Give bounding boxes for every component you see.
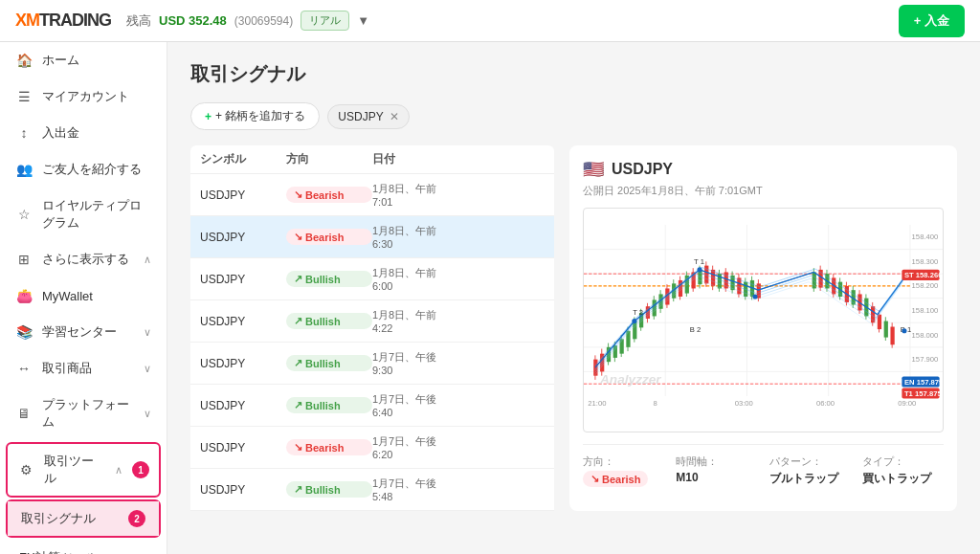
svg-text:Analyzzer: Analyzzer — [599, 372, 661, 387]
products-icon: ↔ — [15, 360, 33, 377]
svg-rect-102 — [890, 327, 894, 345]
remove-symbol-button[interactable]: ✕ — [390, 110, 399, 123]
tools-submenu: 取引シグナル 2 FX計算ツール VPS — [0, 499, 167, 554]
sidebar-item-deposit[interactable]: ↕ 入出金 — [0, 115, 167, 151]
svg-point-105 — [632, 319, 636, 323]
sidebar-item-more[interactable]: ⊞ さらに表示する ∧ — [0, 241, 167, 277]
more-icon: ⊞ — [15, 251, 33, 268]
arrow-down-icon: ↘ — [294, 441, 302, 454]
sidebar-item-learning[interactable]: 📚 学習センター ∨ — [0, 314, 167, 350]
sidebar-item-fx-calc[interactable]: FX計算ツール — [0, 540, 167, 554]
sidebar-item-label: ご友人を紹介する — [42, 161, 151, 178]
signal-symbol: USDJPY — [200, 188, 286, 202]
sidebar-item-label: ロイヤルティプログラム — [42, 197, 151, 232]
signal-date: 1月8日、午前6:00 — [372, 266, 545, 292]
arrow-up-icon: ↗ — [294, 399, 302, 411]
svg-text:09:00: 09:00 — [898, 399, 916, 408]
chart-header: 🇺🇸 USDJPY — [583, 159, 944, 180]
direction-value: ↘ Bearish — [583, 471, 648, 487]
tools-badge: 1 — [132, 461, 149, 478]
filters-bar: + + 銘柄を追加する USDJPY ✕ — [190, 102, 957, 130]
sidebar-item-tools[interactable]: ⚙ 取引ツール ∧ 1 — [8, 444, 159, 496]
signal-date: 1月8日、午前7:01 — [372, 182, 545, 208]
direction-badge: ↘ Bearish — [286, 187, 372, 203]
logo: XMTRADING — [15, 11, 111, 31]
table-row[interactable]: USDJPY ↘ Bearish 1月8日、午前7:01 — [190, 174, 554, 216]
arrow-down-icon: ↘ — [294, 231, 302, 243]
sidebar-item-products[interactable]: ↔ 取引商品 ∨ — [0, 350, 167, 387]
table-header: シンボル 方向 日付 — [190, 145, 554, 174]
type-label: タイプ： — [862, 454, 944, 469]
col-symbol: シンボル — [200, 151, 286, 167]
account-dropdown-arrow[interactable]: ▼ — [357, 13, 369, 28]
balance-amount: USD 352.48 — [159, 13, 227, 28]
sidebar-item-my-account[interactable]: ☰ マイアカウント — [0, 78, 167, 115]
chevron-up-icon: ∧ — [115, 464, 122, 476]
wallet-icon: 👛 — [15, 287, 33, 304]
signal-details: 方向： ↘ Bearish 時間軸： M10 パターン： ブルトラップ タイプ：… — [583, 444, 944, 487]
sidebar-tools-group: ⚙ 取引ツール ∧ 1 — [6, 442, 161, 498]
sidebar-item-label: 取引ツール — [44, 453, 105, 487]
sidebar: 🏠 ホーム ☰ マイアカウント ↕ 入出金 👥 ご友人を紹介する ☆ ロイヤルテ… — [0, 42, 167, 554]
content-split: シンボル 方向 日付 USDJPY ↘ Bearish 1月8日、午前7:01 … — [190, 145, 957, 511]
signal-symbol: USDJPY — [200, 231, 286, 244]
sidebar-item-label: 取引シグナル — [21, 510, 119, 527]
balance-info: 残高 USD 352.48 (30069594) リアル ▼ — [126, 11, 369, 31]
svg-text:EN 157.879: EN 157.879 — [904, 378, 943, 387]
table-row[interactable]: USDJPY ↗ Bullish 1月8日、午前6:00 — [190, 258, 554, 300]
learning-icon: 📚 — [15, 323, 33, 341]
sidebar-item-label: 取引商品 — [42, 360, 134, 377]
account-type-badge: リアル — [301, 11, 349, 31]
symbol-tag-usdjpy: USDJPY ✕ — [327, 104, 409, 129]
svg-text:T 1: T 1 — [694, 257, 704, 266]
header-left: XMTRADING 残高 USD 352.48 (30069594) リアル ▼ — [15, 11, 369, 31]
tools-icon: ⚙ — [17, 461, 34, 478]
svg-point-109 — [752, 294, 757, 299]
chart-area: 158.400 158.300 158.200 158.100 158.000 … — [583, 208, 944, 432]
table-row[interactable]: USDJPY ↘ Bearish 1月7日、午後6:20 — [190, 427, 554, 469]
deposit-button[interactable]: + 入金 — [899, 5, 965, 37]
sidebar-item-label: 入出金 — [42, 124, 151, 142]
direction-badge: ↘ Bearish — [286, 229, 372, 245]
col-date: 日付 — [372, 151, 545, 167]
table-row[interactable]: USDJPY ↗ Bullish 1月7日、午後5:48 — [190, 469, 554, 511]
svg-text:T1 157.875: T1 157.875 — [904, 389, 942, 398]
arrow-up-icon: ↗ — [294, 315, 302, 327]
type-value: 買いトラップ — [862, 471, 944, 487]
loyalty-icon: ☆ — [15, 206, 33, 223]
signal-date: 1月7日、午後5:48 — [372, 476, 545, 502]
direction-badge: ↗ Bullish — [286, 481, 372, 498]
sidebar-item-label: ホーム — [42, 52, 151, 69]
main-content: 取引シグナル + + 銘柄を追加する USDJPY ✕ シンボル 方向 日付 — [167, 42, 980, 554]
sidebar-item-loyalty[interactable]: ☆ ロイヤルティプログラム — [0, 188, 167, 241]
add-symbol-button[interactable]: + + 銘柄を追加する — [190, 102, 320, 130]
signals-badge: 2 — [128, 510, 145, 527]
sidebar-item-label: 学習センター — [42, 323, 134, 341]
signal-symbol: USDJPY — [200, 315, 286, 328]
chevron-down-icon: ∨ — [144, 408, 151, 420]
header: XMTRADING 残高 USD 352.48 (30069594) リアル ▼… — [0, 0, 980, 42]
svg-text:21:00: 21:00 — [588, 399, 606, 408]
svg-text:ST 158.266: ST 158.266 — [904, 271, 943, 279]
svg-text:158.100: 158.100 — [912, 306, 939, 315]
account-id: (30069594) — [234, 14, 293, 28]
page-title: 取引シグナル — [190, 61, 957, 87]
svg-text:03:00: 03:00 — [735, 399, 753, 408]
sidebar-item-home[interactable]: 🏠 ホーム — [0, 42, 167, 78]
candlestick-chart: 158.400 158.300 158.200 158.100 158.000 … — [584, 209, 943, 429]
sidebar-item-platforms[interactable]: 🖥 プラットフォーム ∨ — [0, 387, 167, 440]
body: 🏠 ホーム ☰ マイアカウント ↕ 入出金 👥 ご友人を紹介する ☆ ロイヤルテ… — [0, 42, 980, 554]
signal-symbol: USDJPY — [200, 357, 286, 370]
table-row[interactable]: USDJPY ↗ Bullish 1月7日、午後6:40 — [190, 385, 554, 427]
sidebar-item-mywallet[interactable]: 👛 MyWallet — [0, 277, 167, 314]
sidebar-item-signals[interactable]: 取引シグナル 2 — [8, 501, 159, 536]
sidebar-item-referral[interactable]: 👥 ご友人を紹介する — [0, 151, 167, 188]
table-row[interactable]: USDJPY ↗ Bullish 1月7日、午後9:30 — [190, 343, 554, 385]
arrow-up-icon: ↗ — [294, 357, 302, 369]
svg-text:158.300: 158.300 — [912, 257, 939, 266]
sidebar-item-label: マイアカウント — [42, 88, 151, 105]
signal-symbol: USDJPY — [200, 441, 286, 454]
table-row[interactable]: USDJPY ↘ Bearish 1月8日、午前6:30 — [190, 216, 554, 258]
table-row[interactable]: USDJPY ↗ Bullish 1月8日、午前4:22 — [190, 300, 554, 343]
type-detail: タイプ： 買いトラップ — [862, 454, 944, 487]
